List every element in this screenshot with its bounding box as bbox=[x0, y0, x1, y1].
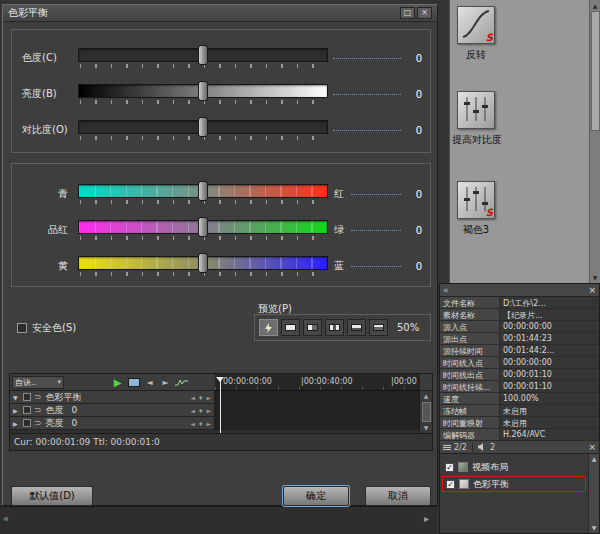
waveform-icon[interactable] bbox=[175, 376, 188, 389]
info-row: 文件名称D:\工作\2... bbox=[440, 297, 599, 309]
next-keyframe-icon[interactable]: ► bbox=[206, 420, 211, 427]
default-button[interactable]: 默认值(D) bbox=[11, 486, 93, 506]
preview-mode-split-v-button[interactable] bbox=[303, 319, 322, 336]
scroll-right-icon[interactable]: ▸ bbox=[424, 513, 429, 524]
info-row: 素材名称【纪录片... bbox=[440, 309, 599, 321]
prev-keyframe-icon[interactable]: ◄ bbox=[190, 394, 195, 401]
track-enable-checkbox[interactable] bbox=[23, 393, 31, 401]
dialog-titlebar[interactable]: 色彩平衡 □ × bbox=[3, 5, 437, 22]
effect-label: 反转 bbox=[452, 48, 500, 62]
close-icon[interactable]: × bbox=[588, 285, 596, 296]
scrollbar-thumb[interactable] bbox=[422, 402, 431, 422]
effect-item-invert[interactable]: S 反转 bbox=[452, 6, 500, 62]
scroll-left-icon[interactable]: « bbox=[3, 513, 9, 524]
info-label: 时间线出点 bbox=[440, 369, 500, 380]
next-keyframe-icon[interactable]: ► bbox=[206, 407, 211, 414]
collapse-icon[interactable]: « bbox=[443, 285, 449, 296]
layer-checkbox[interactable]: ✓ bbox=[446, 480, 455, 489]
slider-thumb[interactable] bbox=[198, 181, 208, 201]
slider-thumb[interactable] bbox=[198, 81, 208, 101]
playhead-marker[interactable] bbox=[216, 377, 224, 382]
safe-color-option[interactable]: 安全色(S) bbox=[17, 321, 76, 335]
info-row: 时间重映射未启用 bbox=[440, 417, 599, 429]
scroll-down-icon[interactable]: ▼ bbox=[424, 423, 429, 433]
ok-button[interactable]: 确定 bbox=[283, 486, 349, 506]
yellow-blue-slider[interactable] bbox=[78, 255, 328, 277]
curve-icon[interactable]: ⊃ bbox=[34, 392, 42, 402]
curve-icon[interactable]: ⊃ bbox=[34, 418, 42, 428]
list-icon[interactable] bbox=[443, 445, 451, 450]
keyframe-mode-dropdown[interactable]: 自诀.. ▾ bbox=[12, 376, 64, 389]
close-icon[interactable]: × bbox=[417, 7, 432, 19]
next-keyframe-icon[interactable]: ► bbox=[206, 394, 211, 401]
add-keyframe-icon[interactable]: ♦ bbox=[198, 420, 203, 427]
track-header[interactable]: ▶ ⊃ 亮度 0 ◄ ♦ ► bbox=[10, 417, 215, 429]
scroll-down-icon[interactable]: ▼ bbox=[592, 523, 597, 533]
slider-thumb[interactable] bbox=[198, 117, 208, 137]
slider-thumb[interactable] bbox=[198, 45, 208, 65]
track-row-brightness[interactable]: ▶ ⊃ 亮度 0 ◄ ♦ ► bbox=[10, 417, 419, 430]
layers-scrollbar[interactable]: ▲ ▼ bbox=[588, 454, 599, 533]
layer-checkbox[interactable]: ✓ bbox=[445, 463, 454, 472]
scroll-down-icon[interactable]: ▼ bbox=[593, 272, 598, 283]
dotted-leader bbox=[333, 58, 401, 59]
info-tab-strip[interactable]: 2/2 2 × bbox=[440, 441, 599, 454]
preview-mode-bottom-button[interactable] bbox=[347, 319, 366, 336]
preview-zoom-value[interactable]: 50% bbox=[397, 322, 419, 333]
contrast-slider[interactable] bbox=[78, 119, 328, 141]
slider-thumb[interactable] bbox=[198, 217, 208, 237]
prev-keyframe-icon[interactable]: ◄ bbox=[190, 420, 195, 427]
track-header[interactable]: ▼ ⊃ 色彩平衡 ◄ ♦ ► bbox=[10, 391, 215, 403]
track-enable-checkbox[interactable] bbox=[23, 419, 31, 427]
magenta-green-slider[interactable] bbox=[78, 219, 328, 241]
brightness-slider-row: 亮度(B) 0 bbox=[12, 76, 430, 112]
speaker-icon[interactable] bbox=[478, 443, 487, 451]
scrollbar-thumb[interactable] bbox=[591, 11, 600, 131]
track-row-chroma[interactable]: ▶ ⊃ 色度 0 ◄ ♦ ► bbox=[10, 404, 419, 417]
brightness-slider[interactable] bbox=[78, 83, 328, 105]
playhead[interactable] bbox=[220, 377, 221, 433]
timeline-ruler[interactable]: 00:00:00:00 |00:00:40:00 |00:00 bbox=[215, 374, 419, 391]
next-frame-icon[interactable]: ► bbox=[159, 376, 172, 389]
maximize-icon[interactable]: □ bbox=[400, 7, 415, 19]
scroll-up-icon[interactable]: ▲ bbox=[593, 0, 598, 11]
timeline-vertical-scrollbar[interactable]: ▲ ▼ bbox=[419, 391, 432, 433]
chroma-slider[interactable] bbox=[78, 47, 328, 69]
expand-icon[interactable]: ▶ bbox=[13, 420, 22, 427]
safe-color-checkbox[interactable] bbox=[17, 323, 27, 333]
expand-icon[interactable]: ▼ bbox=[13, 394, 22, 401]
keyframe-area[interactable] bbox=[215, 417, 419, 429]
prev-keyframe-icon[interactable]: ◄ bbox=[190, 407, 195, 414]
curve-icon[interactable]: ⊃ bbox=[34, 405, 42, 415]
cyan-red-slider[interactable] bbox=[78, 183, 328, 205]
expand-icon[interactable]: ▶ bbox=[13, 407, 22, 414]
keyframe-area[interactable] bbox=[215, 404, 419, 416]
close-icon[interactable]: × bbox=[588, 442, 596, 452]
magenta-label: 品红 bbox=[22, 223, 78, 237]
track-enable-checkbox[interactable] bbox=[23, 406, 31, 414]
track-header[interactable]: ▶ ⊃ 色度 0 ◄ ♦ ► bbox=[10, 404, 215, 416]
scroll-up-icon[interactable]: ▲ bbox=[424, 391, 429, 401]
horizontal-scrollbar[interactable]: « ▸ bbox=[0, 506, 437, 534]
track-row-color-balance[interactable]: ▼ ⊃ 色彩平衡 ◄ ♦ ► bbox=[10, 391, 419, 404]
keyframe-area[interactable] bbox=[215, 391, 419, 403]
scroll-up-icon[interactable]: ▲ bbox=[592, 454, 597, 464]
track-name: 色彩平衡 bbox=[46, 391, 82, 404]
slider-thumb[interactable] bbox=[198, 253, 208, 273]
prev-frame-icon[interactable]: ◄ bbox=[143, 376, 156, 389]
preview-mode-split-h-button[interactable] bbox=[369, 319, 388, 336]
compare-button[interactable] bbox=[259, 319, 278, 336]
layer-row-color-balance[interactable]: ✓ 色彩平衡 bbox=[442, 476, 586, 492]
play-button[interactable]: ▶ bbox=[111, 376, 124, 389]
effect-item-contrast[interactable]: 提高对比度 bbox=[452, 91, 500, 147]
effect-item-sepia3[interactable]: S 褐色3 bbox=[452, 181, 500, 237]
cancel-button[interactable]: 取消 bbox=[365, 486, 431, 506]
add-keyframe-icon[interactable]: ♦ bbox=[198, 394, 203, 401]
preview-mode-full-button[interactable] bbox=[281, 319, 300, 336]
layer-row-video-layout[interactable]: ✓ 视频布局 bbox=[442, 459, 586, 475]
add-keyframe-icon[interactable]: ♦ bbox=[198, 407, 203, 414]
sliders-icon bbox=[457, 91, 495, 129]
preview-mode-center-button[interactable] bbox=[325, 319, 344, 336]
effects-scrollbar[interactable]: ▲ ▼ bbox=[589, 0, 600, 283]
monitor-icon[interactable] bbox=[127, 376, 140, 389]
